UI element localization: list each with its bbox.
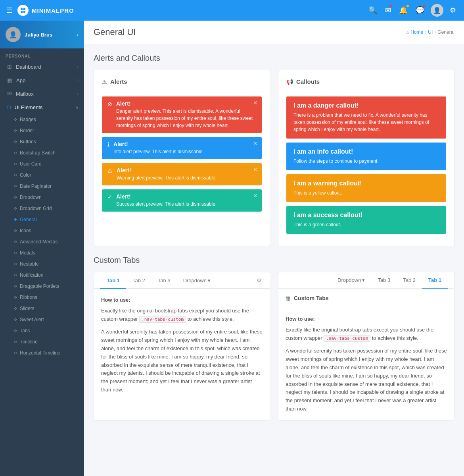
sidebar-subitem-draggable-portlets[interactable]: Draggable Portlets	[0, 281, 84, 292]
sidebar-subitem-icons[interactable]: Icons	[0, 225, 84, 236]
right-tab-3[interactable]: Tab 3	[371, 272, 397, 289]
top-navigation: ☰ MINIMALPRO 🔍 ✉ 🔔 💬 👤 ⚙	[0, 0, 464, 21]
breadcrumb-ui-link[interactable]: UI	[428, 29, 433, 35]
mail-badge	[389, 4, 393, 8]
sidebar-label-buttons: Buttons	[20, 139, 36, 145]
sidebar-item-dashboard[interactable]: ⊞ Dashboard ›	[0, 60, 84, 73]
sidebar-item-app[interactable]: ▦ App ›	[0, 73, 84, 87]
date-paginator-dot-icon	[14, 185, 17, 187]
hamburger-button[interactable]: ☰	[6, 6, 13, 15]
sidebar-label-timeline: Timeline	[20, 339, 38, 345]
right-tab-2[interactable]: Tab 2	[397, 272, 422, 289]
sidebar-subitem-general[interactable]: General	[0, 214, 84, 225]
left-tab-3[interactable]: Tab 3	[151, 273, 177, 289]
alert-success-close-button[interactable]: ✕	[253, 193, 258, 199]
sidebar-subitem-modals[interactable]: Modals	[0, 247, 84, 258]
sidebar-subitem-sweet-alert[interactable]: Sweet Alert	[0, 314, 84, 325]
dashboard-chevron-icon: ›	[77, 65, 79, 69]
sidebar-user[interactable]: 👤 Juliya Brus ›	[0, 21, 84, 48]
right-tab-nav: Dropdown ▾ Tab 3 Tab 2 Tab 1	[278, 272, 454, 289]
sidebar-subitem-sliders[interactable]: Sliders	[0, 303, 84, 314]
mail-button[interactable]: ✉	[383, 4, 393, 16]
callout-info-text: Follow the steps to continue to payment.	[293, 158, 439, 165]
right-tab-dropdown[interactable]: Dropdown ▾	[331, 272, 371, 289]
sidebar-subitem-bootstrap-switch[interactable]: Bootstrap Switch	[0, 147, 84, 158]
sidebar-subitem-advanced-medias[interactable]: Advanced Medias	[0, 236, 84, 247]
sidebar-label-date-paginator: Date Paginator	[20, 183, 52, 189]
left-tab-2[interactable]: Tab 2	[126, 273, 151, 289]
main-content: General UI ⌂ Home › UI › General Alerts …	[84, 21, 464, 476]
sidebar-subitem-dropdown[interactable]: Dropdown	[0, 192, 84, 203]
alert-warning-body: Alert! Warning alert preview. This alert…	[117, 167, 256, 181]
settings-button[interactable]: ⚙	[448, 4, 458, 16]
sidebar-label-dropdown: Dropdown	[20, 195, 42, 200]
sidebar-subitem-nestable[interactable]: Nestable	[0, 258, 84, 270]
left-tab-gear-button[interactable]: ⚙	[255, 272, 263, 288]
search-button[interactable]: 🔍	[367, 4, 379, 16]
alert-danger-close-button[interactable]: ✕	[253, 100, 258, 106]
alert-info-title: Alert!	[113, 141, 256, 147]
sidebar-subitem-horizontal-timeline[interactable]: Horizontal Timeline	[0, 347, 84, 358]
alert-danger-body: Alert! Danger alert preview. This alert …	[116, 100, 256, 129]
sidebar-label-bootstrap-switch: Bootstrap Switch	[20, 150, 56, 156]
content-header: General UI ⌂ Home › UI › General	[84, 21, 464, 44]
callout-info-title: I am an info callout!	[293, 148, 439, 155]
right-tab-body: How to use: Exactly like the original bo…	[278, 308, 454, 420]
left-wrapper-code: .nav-tabs-custom	[139, 316, 186, 323]
buttons-dot-icon	[14, 141, 17, 143]
user-avatar[interactable]: 👤	[431, 4, 443, 17]
sidebar-label-border: Border	[20, 128, 34, 133]
sidebar-label-advanced-medias: Advanced Medias	[20, 239, 58, 245]
breadcrumb-sep-1: ›	[425, 29, 426, 35]
sidebar-item-ui-elements[interactable]: □ UI Elements ∨	[0, 100, 84, 114]
callouts-card-header: 📢 Callouts	[286, 78, 446, 90]
left-how-to-title: How to use:	[101, 296, 263, 304]
brand-name: MINIMALPRO	[32, 7, 74, 14]
sidebar-section-personal: PERSONAL	[0, 48, 84, 60]
sidebar-item-mailbox[interactable]: ✉ Mailbox ›	[0, 87, 84, 100]
right-how-to-text-after: to achieve this style.	[370, 335, 418, 341]
sidebar-subitem-color[interactable]: Color	[0, 170, 84, 181]
sidebar-label-general: General	[20, 217, 37, 222]
sidebar-subitem-ribbons[interactable]: Ribbons	[0, 292, 84, 303]
notification-dot-icon	[14, 274, 17, 276]
sidebar-subitem-buttons[interactable]: Buttons	[0, 136, 84, 147]
sidebar-subitem-user-card[interactable]: User Card	[0, 158, 84, 170]
ui-elements-chevron-icon: ∨	[76, 105, 79, 110]
sidebar-subitem-tabs[interactable]: Tabs	[0, 325, 84, 336]
sidebar-subitem-date-paginator[interactable]: Date Paginator	[0, 181, 84, 192]
sidebar-label-user-card: User Card	[20, 161, 42, 167]
notifications-button[interactable]: 🔔	[397, 4, 409, 16]
right-tabs-card: Dropdown ▾ Tab 3 Tab 2 Tab 1 ▦ Custom Ta…	[278, 272, 454, 421]
left-tab-dropdown[interactable]: Dropdown ▾	[177, 273, 217, 289]
sidebar-subitem-notification[interactable]: Notification	[0, 270, 84, 281]
sidebar-subitem-timeline[interactable]: Timeline	[0, 336, 84, 347]
sidebar-subitem-badges[interactable]: Badges	[0, 114, 84, 125]
sidebar-label-tabs: Tabs	[20, 328, 30, 333]
alert-warning: ⚠ Alert! Warning alert preview. This ale…	[102, 163, 262, 185]
chat-button[interactable]: 💬	[414, 4, 426, 16]
sliders-dot-icon	[14, 307, 17, 310]
right-wrapper-code: .nav-tabs-custom	[324, 335, 370, 342]
sidebar-label-horizontal-timeline: Horizontal Timeline	[20, 350, 60, 356]
breadcrumb-home-link[interactable]: Home	[410, 29, 423, 35]
dropdown-dot-icon	[14, 196, 17, 198]
alert-warning-close-button[interactable]: ✕	[253, 166, 258, 173]
sidebar-label-draggable-portlets: Draggable Portlets	[20, 283, 59, 289]
alert-success-title: Alert!	[116, 193, 256, 200]
main-layout: 👤 Juliya Brus › PERSONAL ⊞ Dashboard › ▦…	[0, 21, 464, 476]
alert-success: ✓ Alert! Success alert preview. This ale…	[102, 189, 262, 212]
sidebar-subitem-dropdown-grid[interactable]: Dropdown Grid	[0, 203, 84, 214]
sidebar-username: Juliya Brus	[25, 32, 73, 38]
left-tab-1[interactable]: Tab 1	[100, 273, 126, 289]
alert-danger: ⊘ Alert! Danger alert preview. This aler…	[102, 96, 262, 133]
bootstrap-switch-dot-icon	[14, 152, 17, 154]
alert-danger-title: Alert!	[116, 100, 256, 107]
alert-info-close-button[interactable]: ✕	[253, 140, 258, 146]
alert-warning-title: Alert!	[117, 167, 256, 173]
right-card-inner-header: ▦ Custom Tabs	[278, 289, 454, 308]
sidebar-label-sweet-alert: Sweet Alert	[20, 317, 44, 322]
right-tab-1[interactable]: Tab 1	[422, 272, 448, 289]
advanced-medias-dot-icon	[14, 241, 17, 243]
sidebar-subitem-border[interactable]: Border	[0, 125, 84, 136]
